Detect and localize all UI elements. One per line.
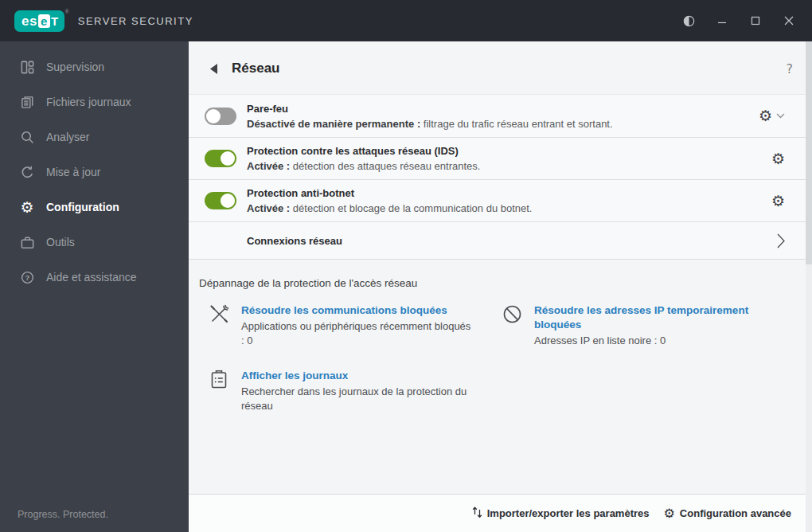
- row-text: Protection anti-botnet Activée : détecti…: [247, 186, 771, 216]
- product-name: SERVER SECURITY: [78, 15, 193, 27]
- scan-icon: [18, 128, 36, 146]
- registered-mark: ®: [65, 9, 69, 14]
- card-adresses-ip-bloquees: Résoudre les adresses IP temporairement …: [502, 303, 812, 348]
- card-communications-bloquees: Résoudre les communications bloquées App…: [209, 303, 502, 348]
- row-status: Activée : détection et blocage de la com…: [247, 201, 771, 216]
- repair-tools-icon: [209, 303, 232, 325]
- maximize-icon[interactable]: [742, 9, 769, 33]
- scrollbar-thumb[interactable]: [806, 41, 812, 264]
- main-content: Réseau ? Pare-feu Désactivé de manière p…: [189, 41, 812, 532]
- sidebar-item-label: Analyser: [46, 131, 89, 143]
- row-status: Activée : détection des attaques réseau …: [247, 158, 771, 174]
- close-icon[interactable]: [775, 9, 802, 33]
- contrast-toggle-icon[interactable]: [675, 9, 702, 33]
- tools-case-icon: [18, 233, 36, 251]
- firewall-toggle[interactable]: [205, 108, 236, 125]
- card-body: Résoudre les communications bloquées App…: [241, 303, 476, 348]
- tagline: Progress. Protected.: [18, 509, 108, 520]
- svg-text:?: ?: [25, 273, 29, 282]
- advanced-setup-button[interactable]: ⚙ Configuration avancée: [664, 506, 791, 521]
- row-actions: ⚙: [771, 194, 785, 209]
- sidebar-item-label: Aide et assistance: [46, 271, 137, 284]
- scrollbar-track[interactable]: [806, 41, 812, 532]
- back-button[interactable]: [210, 64, 224, 74]
- eset-server-security-window: es e T ® SERVER SECURITY: [0, 0, 812, 532]
- row-title: Pare-feu: [247, 101, 759, 116]
- row-title: Protection anti-botnet: [247, 186, 771, 201]
- page-header: Réseau ?: [189, 41, 812, 88]
- resolve-blocked-communications-link[interactable]: Résoudre les communications bloquées: [241, 303, 476, 318]
- resolve-blocked-ips-link[interactable]: Résoudre les adresses IP temporairement …: [534, 303, 769, 332]
- sidebar-item-mise-a-jour[interactable]: Mise à jour: [0, 155, 189, 190]
- sidebar-item-label: Configuration: [46, 201, 119, 213]
- row-protection-anti-botnet: Protection anti-botnet Activée : détecti…: [189, 179, 806, 221]
- settings-rows: Pare-feu Désactivé de manière permanente…: [189, 94, 806, 260]
- row-actions: [777, 233, 785, 248]
- row-pare-feu: Pare-feu Désactivé de manière permanente…: [189, 95, 806, 137]
- card-body: Résoudre les adresses IP temporairement …: [534, 303, 769, 348]
- gear-icon: ⚙: [664, 506, 675, 521]
- status-detail: filtrage du trafic réseau entrant et sor…: [424, 118, 613, 130]
- sidebar-item-label: Outils: [46, 236, 75, 248]
- gear-icon[interactable]: ⚙: [771, 194, 785, 209]
- gear-icon[interactable]: ⚙: [771, 151, 785, 166]
- dashboard-icon: [18, 58, 36, 76]
- sidebar-item-label: Fichiers journaux: [46, 96, 131, 108]
- sidebar-item-fichiers-journaux[interactable]: Fichiers journaux: [0, 84, 189, 119]
- status-prefix: Activée :: [247, 202, 290, 214]
- card-description: Rechercher dans les journaux de la prote…: [241, 385, 476, 413]
- sidebar-item-label: Supervision: [46, 61, 104, 73]
- clipboard-logs-icon: [209, 369, 232, 390]
- sidebar-item-outils[interactable]: Outils: [0, 225, 189, 260]
- sidebar-item-analyser[interactable]: Analyser: [0, 119, 189, 155]
- gear-icon: ⚙: [18, 198, 36, 216]
- eset-logo-badge: es e T: [14, 10, 64, 32]
- sidebar-item-configuration[interactable]: ⚙ Configuration: [0, 190, 189, 225]
- troubleshooting-heading: Dépannage de la protection de l'accès ré…: [199, 277, 812, 289]
- card-description: Applications ou périphériques récemment …: [241, 319, 476, 348]
- minimize-icon[interactable]: [709, 9, 736, 33]
- import-export-settings-button[interactable]: Importer/exporter les paramètres: [472, 507, 650, 521]
- gear-icon[interactable]: ⚙: [759, 108, 772, 123]
- eset-logo: es e T ® SERVER SECURITY: [14, 10, 193, 32]
- status-prefix: Activée :: [247, 160, 290, 172]
- ids-protection-toggle[interactable]: [205, 150, 236, 167]
- sidebar-item-supervision[interactable]: Supervision: [0, 49, 189, 84]
- troubleshooting-cards: Résoudre les communications bloquées App…: [209, 303, 812, 413]
- row-text: Connexions réseau: [247, 233, 777, 248]
- row-actions: ⚙: [759, 108, 785, 123]
- eset-logo-text: e: [38, 14, 50, 28]
- advanced-setup-label: Configuration avancée: [680, 507, 791, 519]
- content-footer: Importer/exporter les paramètres ⚙ Confi…: [189, 494, 806, 532]
- row-title: Protection contre les attaques réseau (I…: [247, 143, 771, 158]
- help-icon[interactable]: ?: [787, 61, 794, 76]
- row-status: Désactivé de manière permanente : filtra…: [247, 116, 759, 131]
- status-prefix: Désactivé de manière permanente :: [247, 118, 420, 130]
- import-export-label: Importer/exporter les paramètres: [487, 507, 650, 519]
- row-text: Pare-feu Désactivé de manière permanente…: [247, 101, 759, 131]
- titlebar: es e T ® SERVER SECURITY: [0, 0, 812, 41]
- sidebar: Supervision Fichiers journaux: [0, 41, 189, 532]
- chevron-down-icon[interactable]: [776, 113, 785, 119]
- row-connexions-reseau[interactable]: Connexions réseau: [189, 221, 806, 259]
- card-description: Adresses IP en liste noire : 0: [534, 334, 769, 348]
- help-circle-icon: ?: [18, 268, 36, 286]
- window-controls: [675, 9, 802, 33]
- card-body: Afficher les journaux Rechercher dans le…: [241, 369, 476, 413]
- row-actions: ⚙: [771, 151, 785, 166]
- chevron-right-icon[interactable]: [777, 233, 785, 248]
- status-detail: détection des attaques réseau entrantes.: [293, 160, 481, 172]
- sidebar-item-label: Mise à jour: [46, 166, 100, 178]
- eset-logo-text: T: [51, 10, 59, 32]
- show-logs-link[interactable]: Afficher les journaux: [241, 369, 476, 383]
- sidebar-item-aide-et-assistance[interactable]: ? Aide et assistance: [0, 260, 189, 295]
- botnet-protection-toggle[interactable]: [205, 192, 236, 209]
- import-export-icon: [472, 507, 482, 521]
- row-title: Connexions réseau: [247, 233, 777, 248]
- row-text: Protection contre les attaques réseau (I…: [247, 143, 771, 174]
- status-detail: détection et blocage de la communication…: [293, 202, 533, 214]
- row-protection-ids: Protection contre les attaques réseau (I…: [189, 137, 806, 179]
- update-icon: [18, 163, 36, 181]
- page-title: Réseau: [232, 61, 279, 76]
- log-files-icon: [18, 93, 36, 111]
